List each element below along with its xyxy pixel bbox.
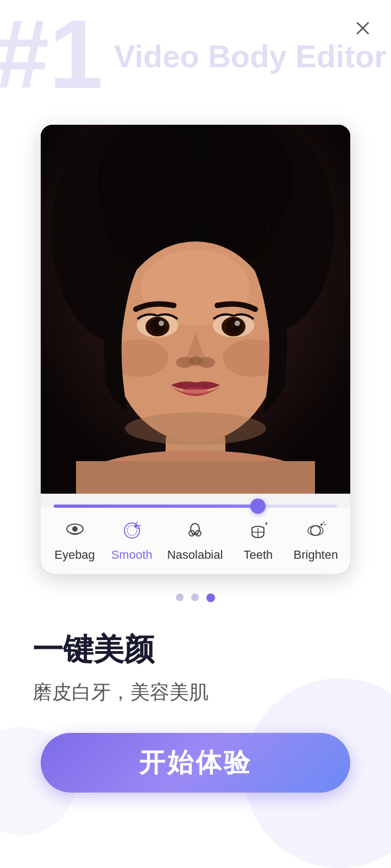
svg-point-29 bbox=[125, 412, 266, 445]
portrait-image bbox=[41, 125, 350, 494]
svg-line-35 bbox=[136, 522, 137, 524]
tool-item-smooth[interactable]: Smooth bbox=[110, 518, 154, 562]
svg-point-32 bbox=[124, 523, 140, 538]
tool-item-teeth[interactable]: Teeth bbox=[236, 518, 280, 562]
tool-label-teeth: Teeth bbox=[244, 548, 273, 562]
start-button-label: 开始体验 bbox=[139, 745, 252, 780]
tool-item-nasolabial[interactable]: Nasolabial bbox=[167, 518, 223, 562]
svg-point-24 bbox=[235, 321, 240, 326]
dot-3[interactable] bbox=[206, 593, 215, 602]
svg-point-34 bbox=[134, 525, 137, 528]
svg-point-20 bbox=[159, 321, 164, 326]
smooth-icon bbox=[119, 518, 145, 544]
dot-2[interactable] bbox=[191, 593, 199, 601]
svg-point-31 bbox=[72, 526, 78, 532]
svg-point-27 bbox=[189, 356, 202, 365]
tool-label-eyebag: Eyebag bbox=[54, 548, 95, 562]
svg-line-37 bbox=[137, 528, 140, 529]
photo-card: Eyebag Smooth bbox=[41, 125, 350, 574]
svg-line-50 bbox=[323, 522, 324, 523]
nasolabial-icon bbox=[182, 518, 208, 544]
brighten-icon bbox=[302, 518, 329, 544]
eye-bag-icon bbox=[62, 518, 88, 544]
slider-thumb[interactable] bbox=[250, 499, 266, 514]
pagination-dots bbox=[176, 593, 215, 602]
dot-1[interactable] bbox=[176, 593, 184, 601]
tool-label-nasolabial: Nasolabial bbox=[167, 548, 223, 562]
svg-line-36 bbox=[138, 525, 141, 526]
tool-label-brighten: Brighten bbox=[294, 548, 338, 562]
main-title: 一键美颜 bbox=[33, 629, 358, 671]
close-button[interactable] bbox=[351, 16, 375, 40]
text-section: 一键美颜 磨皮白牙，美容美肌 bbox=[0, 629, 391, 706]
tool-item-brighten[interactable]: Brighten bbox=[294, 518, 338, 562]
tools-bar: Eyebag Smooth bbox=[41, 508, 350, 574]
teeth-icon bbox=[245, 518, 271, 544]
svg-point-9 bbox=[198, 125, 285, 260]
svg-point-28 bbox=[182, 387, 209, 396]
tool-label-smooth: Smooth bbox=[111, 548, 153, 562]
sub-title: 磨皮白牙，美容美肌 bbox=[33, 679, 358, 706]
slider-container bbox=[41, 494, 350, 508]
svg-rect-12 bbox=[76, 461, 315, 494]
svg-point-38 bbox=[191, 524, 199, 534]
main-content: Eyebag Smooth bbox=[0, 0, 391, 793]
close-icon bbox=[355, 21, 370, 36]
slider-fill bbox=[54, 505, 258, 508]
svg-point-47 bbox=[311, 526, 320, 535]
start-button[interactable]: 开始体验 bbox=[41, 733, 350, 793]
tool-item-eyebag[interactable]: Eyebag bbox=[53, 518, 97, 562]
svg-point-49 bbox=[320, 524, 323, 526]
slider-track[interactable] bbox=[54, 505, 337, 508]
